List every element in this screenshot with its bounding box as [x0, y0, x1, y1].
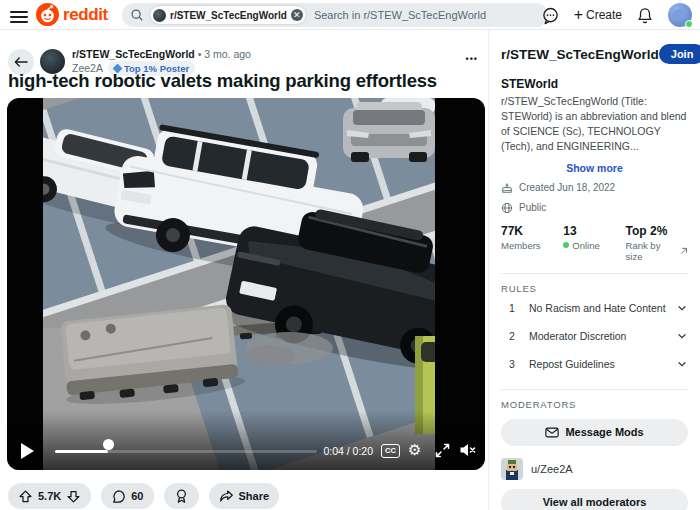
community-avatar — [153, 9, 166, 22]
rules-heading: RULES — [501, 283, 688, 294]
post-action-bar: 5.7K 60 Share — [8, 483, 279, 509]
plus-icon: + — [574, 6, 583, 24]
chevron-down-icon[interactable] — [676, 330, 688, 342]
sidebar-community-name[interactable]: r/STEW_ScTecEngWorld — [501, 47, 659, 62]
reddit-logo[interactable]: reddit — [36, 3, 108, 26]
chat-icon[interactable] — [541, 6, 560, 25]
online-dot — [563, 242, 569, 248]
envelope-icon — [545, 427, 559, 438]
video-controls: 0:04 / 0:20 CC ⚙ — [7, 432, 485, 470]
search-placeholder: Search in r/STEW_ScTecEngWorld — [314, 9, 486, 21]
community-sidebar: r/STEW_ScTecEngWorld Join STEWorld r/STE… — [488, 30, 700, 510]
members-label: Members — [501, 240, 563, 251]
vote-pill: 5.7K — [8, 483, 91, 509]
search-community-chip[interactable]: r/STEW_ScTecEngWorld ✕ — [150, 6, 306, 24]
upvote-icon[interactable] — [18, 489, 33, 504]
rule-item-3[interactable]: 3 Repost Guidelines — [501, 350, 688, 378]
online-count: 13 — [563, 224, 625, 238]
visibility-label: Public — [519, 202, 546, 213]
user-avatar[interactable] — [668, 3, 692, 27]
seek-bar[interactable] — [55, 450, 317, 453]
post-time: 3 mo. ago — [204, 48, 251, 60]
rule-item-1[interactable]: 1 No Racism and Hate Content — [501, 294, 688, 322]
moderator-row[interactable]: u/Zee2A — [501, 458, 688, 480]
seek-handle[interactable] — [103, 439, 114, 450]
settings-gear-icon[interactable]: ⚙ — [408, 441, 421, 459]
chip-label: r/STEW_ScTecEngWorld — [170, 10, 287, 21]
video-player[interactable]: 0:04 / 0:20 CC ⚙ — [7, 98, 485, 470]
create-label: Create — [586, 8, 622, 22]
captions-button[interactable]: CC — [381, 444, 400, 458]
menu-icon[interactable] — [10, 8, 28, 22]
moderator-name: u/Zee2A — [531, 463, 573, 475]
reddit-wordmark: reddit — [63, 5, 108, 25]
vote-count: 5.7K — [38, 490, 61, 502]
rank-value: Top 2% — [626, 224, 688, 238]
volume-muted-icon[interactable] — [459, 442, 476, 458]
online-status-dot — [685, 20, 693, 28]
cake-icon — [501, 182, 513, 194]
award-button[interactable] — [164, 483, 199, 509]
moderators-heading: MODERATORS — [501, 399, 688, 410]
external-link-icon[interactable] — [680, 247, 688, 255]
online-label: Online — [572, 240, 599, 251]
fullscreen-icon[interactable] — [435, 443, 450, 458]
post-subreddit-link[interactable]: r/STEW_ScTecEngWorld — [72, 48, 195, 60]
snoo-icon — [36, 3, 59, 26]
top-nav: reddit r/STEW_ScTecEngWorld ✕ Search in … — [0, 0, 700, 30]
award-icon — [174, 488, 189, 504]
downvote-icon[interactable] — [66, 489, 81, 504]
create-button[interactable]: + Create — [574, 6, 622, 24]
community-description: r/STEW_ScTecEngWorld (Title: STEWorld) i… — [501, 94, 688, 154]
comments-button[interactable]: 60 — [101, 483, 153, 509]
chevron-down-icon[interactable] — [676, 358, 688, 370]
time-display: 0:04 / 0:20 — [323, 445, 373, 457]
rank-label: Rank by size — [626, 240, 678, 262]
comment-icon — [111, 489, 126, 504]
meta-separator: • — [198, 48, 202, 60]
community-stats: 77K Members 13 Online Top 2% Rank by siz… — [501, 224, 688, 262]
moderator-avatar — [501, 458, 523, 480]
back-arrow-icon — [14, 56, 28, 68]
share-label: Share — [239, 490, 270, 502]
created-date: Created Jun 18, 2022 — [519, 182, 615, 193]
message-mods-button[interactable]: Message Mods — [501, 419, 688, 446]
globe-icon — [501, 202, 513, 214]
chip-close-icon[interactable]: ✕ — [291, 9, 303, 21]
post-overflow-menu[interactable]: ••• — [466, 54, 478, 64]
community-title: STEWorld — [501, 77, 688, 91]
members-count: 77K — [501, 224, 563, 238]
view-all-moderators-button[interactable]: View all moderators — [501, 489, 688, 510]
join-button[interactable]: Join — [659, 44, 700, 64]
notifications-bell-icon[interactable] — [636, 6, 654, 25]
search-input[interactable]: r/STEW_ScTecEngWorld ✕ Search in r/STEW_… — [122, 3, 548, 27]
play-button[interactable] — [21, 443, 34, 459]
comment-count: 60 — [131, 490, 143, 502]
search-icon — [130, 8, 144, 22]
show-more-link[interactable]: Show more — [501, 162, 688, 174]
rule-item-2[interactable]: 2 Moderator Discretion — [501, 322, 688, 350]
share-icon — [219, 489, 234, 503]
post-title: high-tech robotic valets making parking … — [8, 70, 478, 92]
share-button[interactable]: Share — [209, 483, 280, 509]
silver-car — [343, 102, 435, 162]
chevron-down-icon[interactable] — [676, 302, 688, 314]
